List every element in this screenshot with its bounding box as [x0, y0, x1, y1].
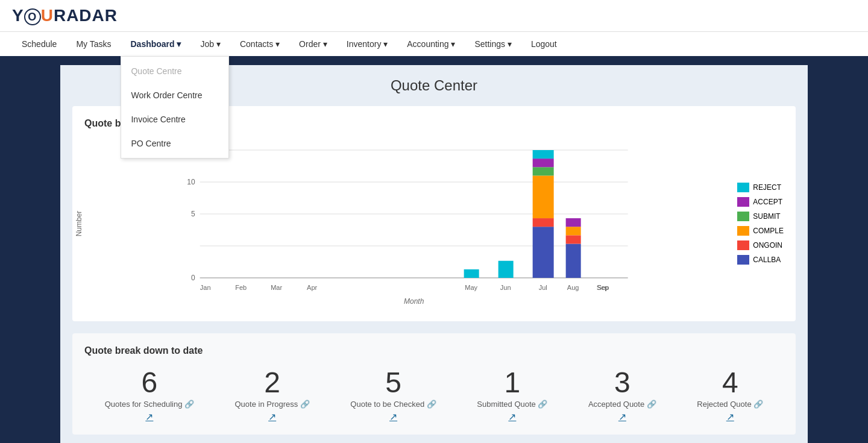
- stats-section: Quote break down to date 6 Quotes for Sc…: [72, 333, 796, 435]
- svg-rect-18: [533, 159, 554, 167]
- link-icon-checked: 🔗: [427, 400, 436, 409]
- stat-number-scheduling: 6: [105, 368, 194, 397]
- svg-rect-23: [566, 227, 581, 235]
- nav-link-schedule[interactable]: Schedule: [12, 32, 66, 56]
- svg-text:Sep: Sep: [597, 284, 609, 291]
- nav-item-contacts[interactable]: Contacts ▾: [230, 32, 289, 56]
- stat-number-checked: 5: [350, 368, 436, 397]
- svg-rect-15: [533, 218, 554, 227]
- dashboard-dropdown: Quote Centre Work Order Centre Invoice C…: [121, 56, 229, 159]
- nav-item-schedule[interactable]: Schedule: [12, 32, 66, 56]
- svg-text:5: 5: [191, 210, 195, 218]
- external-link-accepted[interactable]: ↗: [588, 411, 656, 423]
- legend-ongoin: ONGOIN: [737, 240, 784, 250]
- legend-color-callba: [737, 255, 749, 265]
- stat-submitted-quote: 1 Submitted Quote 🔗 ↗: [477, 368, 547, 423]
- legend-color-ongoin: [737, 240, 749, 250]
- nav-item-dashboard[interactable]: Dashboard ▾ Quote Centre Work Order Cent…: [121, 32, 190, 56]
- chart-legend: REJECT ACCEPT SUBMIT COMPLE ONGOIN: [737, 138, 784, 309]
- nav-item-accounting[interactable]: Accounting ▾: [397, 32, 465, 56]
- stat-rejected-quote: 4 Rejected Quote 🔗 ↗: [697, 368, 763, 423]
- svg-text:Aug: Aug: [567, 284, 579, 291]
- nav-link-job[interactable]: Job ▾: [191, 32, 230, 56]
- stat-label-submitted: Submitted Quote 🔗: [477, 400, 547, 409]
- svg-rect-19: [533, 150, 554, 159]
- logo-text: Y: [12, 6, 24, 25]
- external-link-progress[interactable]: ↗: [234, 411, 309, 423]
- stat-label-checked: Quote to be Checked 🔗: [350, 400, 436, 409]
- dropdown-po-centre[interactable]: PO Centre: [121, 131, 228, 156]
- legend-accept: ACCEPT: [737, 197, 784, 207]
- stat-quote-checked: 5 Quote to be Checked 🔗 ↗: [350, 368, 436, 423]
- stat-number-accepted: 3: [588, 368, 656, 397]
- stat-accepted-quote: 3 Accepted Quote 🔗 ↗: [588, 368, 656, 423]
- svg-text:0: 0: [191, 274, 195, 282]
- stat-quote-progress: 2 Quote in Progress 🔗 ↗: [234, 368, 309, 423]
- nav-item-inventory[interactable]: Inventory ▾: [337, 32, 397, 56]
- nav-link-order[interactable]: Order ▾: [289, 32, 337, 56]
- legend-color-accept: [737, 197, 749, 207]
- svg-text:Month: Month: [404, 297, 424, 306]
- svg-rect-16: [533, 175, 554, 218]
- svg-rect-12: [498, 261, 514, 278]
- nav-link-inventory[interactable]: Inventory ▾: [337, 32, 397, 56]
- link-icon-rejected: 🔗: [753, 400, 763, 409]
- nav-item-logout[interactable]: Logout: [521, 32, 567, 56]
- legend-color-reject: [737, 183, 749, 192]
- main-nav: Schedule My Tasks Dashboard ▾ Quote Cent…: [0, 32, 868, 58]
- dropdown-quote-centre[interactable]: Quote Centre: [121, 59, 228, 83]
- svg-text:May: May: [465, 284, 477, 291]
- svg-text:Jul: Jul: [539, 284, 547, 291]
- nav-link-settings[interactable]: Settings ▾: [465, 32, 521, 56]
- svg-rect-22: [566, 235, 581, 243]
- nav-item-order[interactable]: Order ▾: [289, 32, 337, 56]
- stat-number-submitted: 1: [477, 368, 547, 397]
- legend-label-comple: COMPLE: [753, 227, 784, 235]
- chart-wrapper: Number 15 10 5 0: [84, 138, 784, 309]
- nav-item-job[interactable]: Job ▾: [191, 32, 230, 56]
- y-axis-label: Number: [75, 211, 83, 237]
- external-link-rejected[interactable]: ↗: [697, 411, 763, 423]
- link-icon-accepted: 🔗: [647, 400, 656, 409]
- svg-text:Feb: Feb: [235, 284, 247, 291]
- logo-r: U: [41, 6, 54, 25]
- legend-color-submit: [737, 212, 749, 221]
- logo: YOURADAR: [12, 6, 118, 25]
- stat-number-progress: 2: [234, 368, 309, 397]
- nav-link-accounting[interactable]: Accounting ▾: [397, 32, 465, 56]
- dropdown-invoice-centre[interactable]: Invoice Centre: [121, 107, 228, 131]
- stat-label-scheduling: Quotes for Scheduling 🔗: [105, 400, 194, 409]
- logo-circle: O: [24, 8, 41, 25]
- legend-label-accept: ACCEPT: [753, 198, 782, 206]
- nav-link-logout[interactable]: Logout: [521, 32, 567, 56]
- link-icon-scheduling: 🔗: [184, 400, 194, 409]
- legend-label-ongoin: ONGOIN: [753, 241, 782, 250]
- link-icon-submitted: 🔗: [538, 400, 547, 409]
- svg-text:Jan: Jan: [200, 284, 211, 291]
- external-link-submitted[interactable]: ↗: [477, 411, 547, 423]
- stats-title: Quote break down to date: [84, 345, 784, 356]
- stat-label-progress: Quote in Progress 🔗: [234, 400, 309, 409]
- legend-comple: COMPLE: [737, 226, 784, 236]
- external-link-checked[interactable]: ↗: [350, 411, 436, 423]
- svg-rect-21: [566, 243, 581, 278]
- dropdown-workorder-centre[interactable]: Work Order Centre: [121, 83, 228, 107]
- stat-quotes-scheduling: 6 Quotes for Scheduling 🔗 ↗: [105, 368, 194, 423]
- svg-rect-24: [566, 218, 581, 227]
- nav-link-dashboard[interactable]: Dashboard ▾: [121, 32, 190, 56]
- stat-label-rejected: Rejected Quote 🔗: [697, 400, 763, 409]
- legend-label-submit: SUBMIT: [753, 212, 780, 221]
- svg-rect-10: [464, 269, 479, 278]
- legend-label-reject: REJECT: [753, 183, 781, 192]
- svg-text:Apr: Apr: [307, 284, 317, 291]
- nav-item-settings[interactable]: Settings ▾: [465, 32, 521, 56]
- chart-with-yaxis: Number 15 10 5 0: [84, 138, 725, 309]
- nav-link-mytasks[interactable]: My Tasks: [66, 32, 121, 56]
- bar-chart-svg: 15 10 5 0 May Jun: [84, 138, 725, 307]
- legend-callba: CALLBA: [737, 255, 784, 265]
- legend-submit: SUBMIT: [737, 212, 784, 221]
- nav-item-mytasks[interactable]: My Tasks: [66, 32, 121, 56]
- svg-rect-17: [533, 167, 554, 175]
- external-link-scheduling[interactable]: ↗: [105, 411, 194, 423]
- nav-link-contacts[interactable]: Contacts ▾: [230, 32, 289, 56]
